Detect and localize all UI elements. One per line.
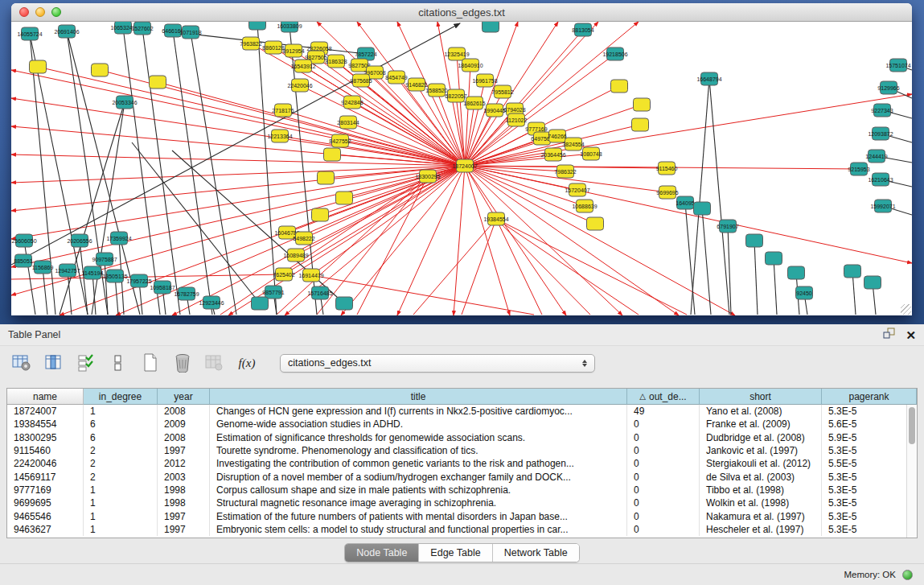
table-cell[interactable]: 5.9E-5 bbox=[822, 431, 917, 444]
graph-node[interactable]: 1990445 bbox=[483, 104, 505, 117]
graph-node[interactable] bbox=[312, 208, 329, 221]
graph-node[interactable]: 15992071 bbox=[870, 200, 895, 212]
table-cell[interactable]: 1 bbox=[84, 496, 158, 509]
float-panel-icon[interactable] bbox=[883, 328, 896, 343]
graph-node[interactable]: 1121022 bbox=[506, 113, 528, 126]
table-scrollbar-thumb[interactable] bbox=[909, 407, 915, 444]
graph-node[interactable]: 17359924 bbox=[106, 232, 131, 245]
table-cell[interactable]: 0 bbox=[627, 523, 700, 536]
graph-node[interactable]: 885051 bbox=[14, 254, 32, 267]
column-header-title[interactable]: title bbox=[210, 389, 627, 405]
graph-node[interactable]: 16961758 bbox=[472, 74, 497, 87]
tab-network-table[interactable]: Network Table bbox=[493, 544, 579, 562]
graph-edge[interactable] bbox=[142, 28, 180, 315]
graph-edge[interactable] bbox=[462, 219, 496, 315]
column-header-name[interactable]: name bbox=[7, 389, 84, 405]
table-cell[interactable]: Corpus callosum shape and size in male p… bbox=[210, 484, 627, 496]
graph-node[interactable] bbox=[632, 118, 649, 131]
table-cell[interactable]: Hescheler et al. (1997) bbox=[700, 523, 822, 536]
graph-edge[interactable] bbox=[496, 219, 542, 315]
graph-node[interactable] bbox=[634, 98, 651, 111]
graph-node[interactable]: 90975887 bbox=[92, 253, 117, 266]
graph-edge[interactable] bbox=[774, 258, 777, 315]
graph-node[interactable]: 7625402 bbox=[273, 268, 294, 281]
table-cell[interactable]: 0 bbox=[627, 457, 700, 470]
window-resize-grip[interactable] bbox=[901, 304, 911, 315]
graph-edge[interactable] bbox=[43, 267, 47, 315]
graph-node[interactable]: 17957225 bbox=[126, 274, 151, 287]
import-table-icon[interactable] bbox=[204, 352, 225, 373]
column-header-short[interactable]: short bbox=[700, 389, 822, 405]
graph-edge[interactable] bbox=[702, 208, 711, 315]
graph-node[interactable]: 8186328 bbox=[325, 55, 347, 68]
table-row[interactable]: 2242004622012Investigating the contribut… bbox=[7, 457, 917, 470]
graph-node[interactable]: 12093872 bbox=[868, 127, 893, 140]
graph-node[interactable] bbox=[587, 217, 604, 230]
graph-edge[interactable] bbox=[173, 31, 212, 315]
window-titlebar[interactable]: citations_edges.txt bbox=[11, 3, 912, 22]
graph-node[interactable]: 16210643 bbox=[868, 173, 893, 186]
table-cell[interactable]: Changes of HCN gene expression and I(f) … bbox=[210, 405, 627, 418]
column-header-in-degree[interactable]: in_degree bbox=[84, 389, 158, 405]
graph-node[interactable]: 16782759 bbox=[174, 287, 199, 300]
table-row[interactable]: 946362711997Embryonic stem cells: a mode… bbox=[7, 523, 917, 536]
table-cell[interactable]: 9463627 bbox=[7, 523, 84, 536]
table-cell[interactable]: de Silva et al. (2003) bbox=[700, 470, 822, 483]
table-cell[interactable]: 6 bbox=[84, 418, 158, 431]
table-cell[interactable]: Genome-wide association studies in ADHD. bbox=[210, 418, 627, 431]
graph-edge[interactable] bbox=[465, 166, 735, 315]
graph-node[interactable] bbox=[336, 297, 353, 310]
graph-edge[interactable] bbox=[11, 166, 465, 183]
table-cell[interactable]: Embryonic stem cells: a model to study s… bbox=[210, 523, 627, 536]
graph-node[interactable]: 10688639 bbox=[572, 200, 597, 212]
graph-node[interactable]: 1527602 bbox=[131, 22, 153, 35]
table-settings-icon[interactable] bbox=[11, 352, 32, 373]
graph-node[interactable]: 3824554 bbox=[562, 138, 584, 150]
table-cell[interactable]: 18300295 bbox=[7, 431, 84, 444]
table-cell[interactable]: 2003 bbox=[158, 470, 210, 483]
table-cell[interactable]: 9777169 bbox=[7, 484, 84, 496]
graph-node[interactable] bbox=[864, 276, 881, 289]
graph-node[interactable]: 1145194 bbox=[82, 266, 104, 279]
graph-node[interactable]: 20691406 bbox=[54, 25, 79, 38]
graph-node[interactable]: 9215953 bbox=[848, 163, 869, 175]
table-cell[interactable]: 18724007 bbox=[7, 405, 84, 418]
table-cell[interactable]: 2 bbox=[84, 444, 158, 457]
graph-node[interactable]: 20206556 bbox=[67, 234, 92, 247]
table-row[interactable]: 911546021997Tourette syndrome. Phenomeno… bbox=[7, 444, 917, 457]
table-cell[interactable]: 1 bbox=[84, 484, 158, 496]
graph-node[interactable]: 7963822 bbox=[240, 37, 261, 50]
table-cell[interactable]: Yano et al. (2008) bbox=[700, 405, 822, 418]
table-cell[interactable]: 5.3E-5 bbox=[822, 470, 917, 483]
graph-node[interactable]: 8427552 bbox=[329, 134, 351, 147]
graph-node[interactable]: 12942757 bbox=[55, 264, 80, 277]
graph-node[interactable] bbox=[766, 252, 782, 265]
table-cell[interactable]: 9699695 bbox=[7, 496, 84, 509]
table-cell[interactable]: 5.5E-5 bbox=[822, 457, 917, 470]
table-cell[interactable]: 1 bbox=[84, 523, 158, 536]
table-cell[interactable]: 1998 bbox=[158, 496, 210, 509]
table-cell[interactable]: Investigating the contribution of common… bbox=[210, 457, 627, 470]
graph-edge[interactable] bbox=[465, 166, 496, 219]
graph-node[interactable]: 8860128 bbox=[262, 41, 284, 54]
graph-node[interactable]: 1156869 bbox=[32, 261, 54, 274]
graph-edge[interactable] bbox=[397, 166, 465, 315]
graph-node[interactable] bbox=[252, 297, 269, 310]
table-row[interactable]: 1456911722003Disruption of a novel membe… bbox=[7, 470, 917, 483]
table-cell[interactable]: 5.3E-5 bbox=[822, 405, 917, 418]
table-cell[interactable]: 1997 bbox=[158, 444, 210, 457]
graph-node[interactable] bbox=[324, 148, 341, 161]
graph-edge[interactable] bbox=[454, 166, 465, 315]
graph-edge[interactable] bbox=[465, 65, 470, 166]
graph-node[interactable]: 16914479 bbox=[298, 269, 323, 282]
table-cell[interactable]: 9115460 bbox=[7, 444, 84, 457]
graph-node[interactable]: 15751074 bbox=[885, 59, 910, 72]
graph-node[interactable]: 1080748 bbox=[580, 147, 602, 160]
graph-node[interactable]: 92450 bbox=[796, 286, 813, 299]
table-cell[interactable]: 1 bbox=[84, 405, 158, 418]
graph-node[interactable]: 7986322 bbox=[554, 165, 576, 178]
table-row[interactable]: 977716911998Corpus callosum shape and si… bbox=[7, 484, 917, 496]
table-selector-dropdown[interactable]: citations_edges.txt bbox=[280, 354, 595, 373]
graph-node[interactable]: 1862615 bbox=[463, 97, 485, 109]
table-cell[interactable]: 2008 bbox=[158, 405, 210, 418]
